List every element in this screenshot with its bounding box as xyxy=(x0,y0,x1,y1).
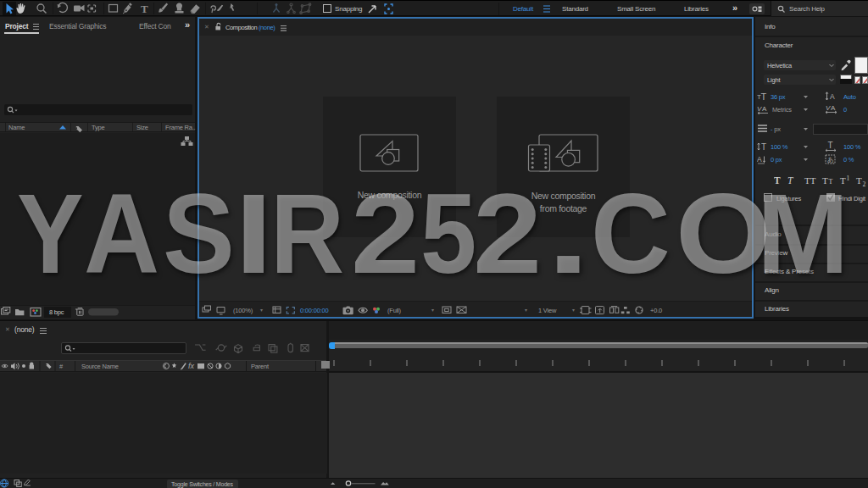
svg-text:2: 2 xyxy=(863,180,866,187)
svg-text:T: T xyxy=(828,141,833,150)
svg-text:T: T xyxy=(787,175,794,186)
svg-text:T: T xyxy=(774,175,781,186)
svg-text:T: T xyxy=(822,175,828,186)
svg-text:T: T xyxy=(829,178,833,186)
svg-text:A: A xyxy=(762,105,767,113)
svg-text:A: A xyxy=(757,155,762,164)
svg-text:fx: fx xyxy=(188,362,195,370)
svg-text:A: A xyxy=(831,104,836,112)
svg-text:1: 1 xyxy=(847,175,850,182)
svg-text:T: T xyxy=(761,142,766,152)
svg-text:T: T xyxy=(840,175,846,186)
svg-text:TT: TT xyxy=(804,175,816,186)
svg-text:T: T xyxy=(761,92,767,101)
svg-text:T: T xyxy=(856,175,862,186)
svg-text:あ: あ xyxy=(827,156,834,164)
svg-text:T: T xyxy=(141,3,148,15)
svg-text:A: A xyxy=(830,92,835,101)
